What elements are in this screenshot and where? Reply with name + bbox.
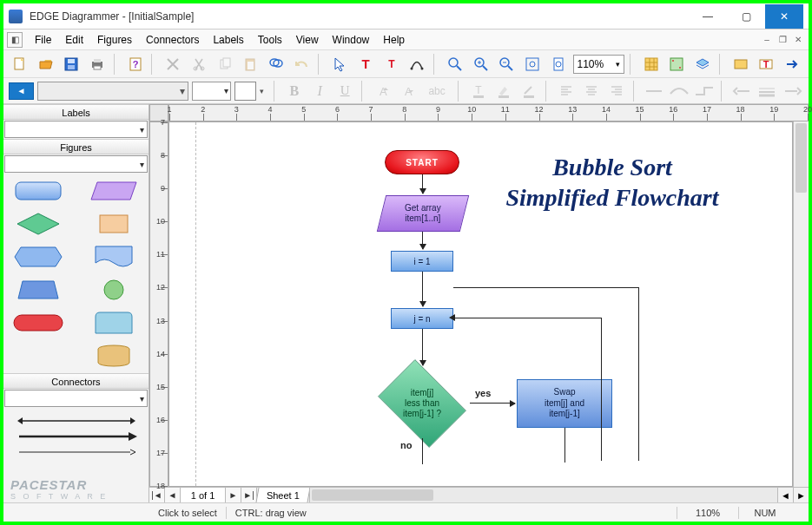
fill-color-swatch[interactable]	[234, 82, 256, 101]
menu-tools[interactable]: Tools	[251, 31, 289, 49]
align-right-icon[interactable]	[606, 80, 628, 102]
line-color-icon[interactable]	[518, 80, 540, 102]
open-icon[interactable]	[35, 53, 57, 75]
connector-double-arrow[interactable]	[9, 413, 143, 429]
text-color-icon[interactable]: T	[467, 80, 489, 102]
zoom-icon[interactable]	[444, 53, 466, 75]
paste-icon[interactable]	[239, 53, 261, 75]
cut-icon[interactable]	[188, 53, 210, 75]
zoom-out-icon[interactable]	[495, 53, 518, 75]
undo-icon[interactable]	[291, 53, 314, 75]
node-init-j[interactable]: j = n	[391, 308, 453, 329]
export-icon[interactable]	[781, 53, 803, 75]
vertical-scrollbar[interactable]	[793, 121, 809, 487]
align-left-icon[interactable]	[555, 80, 577, 102]
node-start[interactable]: START	[385, 150, 459, 174]
menu-help[interactable]: Help	[376, 31, 412, 49]
font-select[interactable]: ▾	[37, 82, 188, 101]
bold-button[interactable]: B	[283, 80, 305, 102]
save-icon[interactable]	[60, 53, 83, 75]
menu-window[interactable]: Window	[326, 31, 377, 49]
text-big-icon[interactable]: T	[354, 53, 377, 75]
shape-hexagon[interactable]	[10, 245, 67, 269]
menu-edit[interactable]: Edit	[58, 31, 90, 49]
decrease-font-icon[interactable]: A	[397, 80, 419, 102]
line-straight-icon[interactable]	[644, 80, 665, 102]
sheet-tab-1[interactable]: Sheet 1	[256, 488, 311, 502]
style2-icon[interactable]: T	[756, 53, 778, 75]
menu-connectors[interactable]: Connectors	[139, 31, 206, 49]
menu-file[interactable]: File	[28, 31, 58, 49]
line-elbow-icon[interactable]	[694, 80, 716, 102]
shape-rounded-rect[interactable]	[10, 179, 67, 203]
labels-dropdown[interactable]: ▾	[4, 121, 148, 138]
shape-small-rect[interactable]	[86, 212, 142, 236]
mdi-restore-icon[interactable]: ❐	[776, 33, 789, 47]
canvas[interactable]: Bubble Sort Simplified Flowchart START G…	[168, 121, 793, 487]
text-small-icon[interactable]: T	[380, 53, 403, 75]
arrow-start-icon[interactable]	[731, 80, 753, 102]
mdi-minimize-icon[interactable]: –	[760, 33, 774, 47]
snap-icon[interactable]	[666, 53, 689, 75]
delete-icon[interactable]	[162, 53, 184, 75]
underline-button[interactable]: U	[334, 80, 356, 102]
sheet-last-icon[interactable]: ►|	[241, 488, 257, 502]
zoom-page-icon[interactable]	[547, 53, 570, 75]
line-curve-icon[interactable]	[669, 80, 690, 102]
help-icon[interactable]: ?	[124, 53, 147, 75]
horizontal-scrollbar[interactable]	[309, 488, 777, 502]
zoom-fit-icon[interactable]	[521, 53, 544, 75]
italic-button[interactable]: I	[308, 80, 330, 102]
maximize-button[interactable]: ▢	[727, 4, 765, 29]
figures-panel-header[interactable]: Figures	[3, 139, 149, 154]
connectors-dropdown[interactable]: ▾	[4, 390, 148, 407]
sheet-next-icon[interactable]: ►	[226, 488, 241, 502]
diagram-title[interactable]: Bubble Sort Simplified Flowchart	[499, 152, 725, 213]
mdi-system-icon[interactable]: ◧	[7, 32, 23, 48]
shape-trapezoid[interactable]	[10, 278, 67, 302]
vertical-ruler[interactable]: 789101112131415161718	[149, 121, 168, 487]
find-icon[interactable]	[265, 53, 287, 75]
font-size-select[interactable]: ▾	[192, 82, 231, 101]
nav-back-button[interactable]: ◄	[9, 82, 34, 100]
node-swap[interactable]: Swap item[j] and item[j-1]	[517, 379, 612, 428]
hscroll-right-icon[interactable]: ►	[793, 488, 809, 502]
shape-parallelogram[interactable]	[86, 179, 142, 203]
hscroll-left-icon[interactable]: ◄	[777, 488, 793, 502]
pointer-icon[interactable]	[328, 53, 351, 75]
shape-storage[interactable]	[86, 311, 142, 335]
style1-icon[interactable]	[729, 53, 752, 75]
menu-figures[interactable]: Figures	[90, 31, 139, 49]
menu-labels[interactable]: Labels	[206, 31, 250, 49]
sheet-prev-icon[interactable]: ◄	[165, 488, 181, 502]
horizontal-scroll-thumb[interactable]	[312, 489, 433, 501]
line-thickness-icon[interactable]	[756, 80, 778, 102]
shape-pill[interactable]	[10, 311, 67, 335]
align-center-icon[interactable]	[581, 80, 603, 102]
shape-circle[interactable]	[86, 278, 142, 302]
close-button[interactable]: ✕	[765, 4, 803, 29]
labels-panel-header[interactable]: Labels	[3, 104, 149, 120]
connector-thin-arrow[interactable]	[9, 444, 143, 460]
chevron-down-icon[interactable]: ▾	[260, 87, 268, 95]
figures-dropdown[interactable]: ▾	[4, 155, 148, 173]
connector-tool-icon[interactable]	[406, 53, 428, 75]
node-init-i[interactable]: i = 1	[391, 251, 453, 272]
shape-cylinder[interactable]	[86, 344, 142, 368]
node-getarr[interactable]: Get array item[1..n]	[377, 195, 469, 232]
connectors-panel-header[interactable]: Connectors	[3, 373, 149, 389]
shape-document[interactable]	[86, 245, 142, 269]
print-icon[interactable]	[86, 53, 109, 75]
node-cmp[interactable]: item[j] less than item[j-1] ?	[372, 367, 472, 440]
zoom-select[interactable]: 110%▾	[573, 55, 624, 74]
mdi-close-icon[interactable]: ✕	[791, 33, 805, 47]
increase-font-icon[interactable]: A	[372, 80, 393, 102]
shape-diamond[interactable]	[10, 212, 67, 236]
minimize-button[interactable]: —	[689, 4, 727, 29]
copy-icon[interactable]	[214, 53, 236, 75]
highlight-icon[interactable]	[492, 80, 514, 102]
layers-icon[interactable]	[691, 53, 714, 75]
arrow-end-icon[interactable]	[782, 80, 803, 102]
text-placeholder-button[interactable]: abc	[422, 80, 452, 102]
new-icon[interactable]	[9, 53, 31, 75]
